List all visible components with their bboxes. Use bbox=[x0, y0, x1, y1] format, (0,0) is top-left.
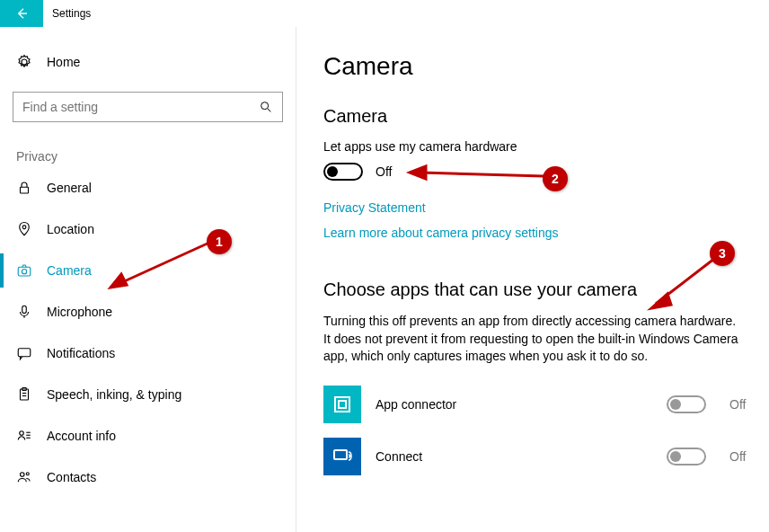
annotation-badge-1: 1 bbox=[207, 229, 232, 254]
svg-rect-2 bbox=[21, 187, 29, 193]
account-icon bbox=[16, 428, 32, 444]
svg-line-1 bbox=[268, 109, 270, 111]
microphone-icon bbox=[16, 304, 32, 320]
svg-point-5 bbox=[22, 270, 26, 274]
lock-icon bbox=[16, 180, 32, 196]
location-icon bbox=[16, 221, 32, 237]
connect-icon bbox=[323, 438, 361, 475]
learn-more-link[interactable]: Learn more about camera privacy settings bbox=[323, 226, 558, 240]
annotation-badge-2: 2 bbox=[543, 166, 568, 191]
sidebar-item-speech[interactable]: Speech, inking, & typing bbox=[13, 374, 283, 415]
svg-rect-20 bbox=[334, 450, 347, 459]
svg-rect-6 bbox=[22, 306, 27, 313]
sidebar-item-label: General bbox=[47, 181, 92, 195]
app-toggle[interactable] bbox=[667, 448, 706, 466]
sidebar-item-microphone[interactable]: Microphone bbox=[13, 291, 283, 332]
sidebar: Home Privacy General Location Camera Mic… bbox=[0, 27, 296, 532]
sidebar-item-label: Microphone bbox=[47, 305, 112, 319]
svg-rect-4 bbox=[18, 267, 31, 276]
camera-toggle[interactable] bbox=[323, 163, 363, 181]
notification-icon bbox=[16, 345, 32, 361]
sidebar-item-label: Notifications bbox=[47, 346, 115, 360]
section-body: Turning this off prevents an app from di… bbox=[323, 313, 746, 366]
app-name-label: App connector bbox=[376, 397, 652, 412]
svg-point-12 bbox=[20, 431, 24, 436]
back-button[interactable] bbox=[0, 0, 43, 27]
title-bar: Settings bbox=[0, 0, 769, 27]
sidebar-item-label: Account info bbox=[47, 429, 116, 443]
app-name-label: Connect bbox=[376, 449, 652, 464]
svg-rect-19 bbox=[339, 401, 346, 408]
app-state-label: Off bbox=[729, 397, 751, 412]
main-panel: Camera Camera Let apps use my camera har… bbox=[296, 27, 769, 532]
gear-icon bbox=[16, 54, 32, 70]
svg-rect-7 bbox=[18, 349, 31, 357]
svg-point-17 bbox=[26, 473, 29, 475]
sidebar-item-account[interactable]: Account info bbox=[13, 415, 283, 457]
window-title: Settings bbox=[43, 0, 91, 27]
arrow-left-icon bbox=[14, 6, 29, 21]
privacy-statement-link[interactable]: Privacy Statement bbox=[323, 200, 426, 215]
section-title-camera: Camera bbox=[323, 106, 751, 127]
section-title-choose: Choose apps that can use your camera bbox=[323, 279, 751, 300]
sidebar-item-camera[interactable]: Camera bbox=[13, 250, 283, 291]
app-connector-icon bbox=[323, 386, 361, 423]
sidebar-item-general[interactable]: General bbox=[13, 167, 283, 208]
sidebar-item-label: Contacts bbox=[47, 470, 96, 484]
search-input[interactable] bbox=[22, 100, 259, 114]
svg-rect-18 bbox=[335, 397, 349, 412]
page-title: Camera bbox=[323, 52, 751, 81]
svg-point-3 bbox=[22, 226, 26, 229]
search-box[interactable] bbox=[13, 92, 283, 122]
home-label: Home bbox=[47, 55, 80, 69]
app-row: Connect Off bbox=[323, 438, 751, 475]
sidebar-item-contacts[interactable]: Contacts bbox=[13, 457, 283, 498]
svg-point-0 bbox=[261, 102, 269, 110]
sidebar-item-location[interactable]: Location bbox=[13, 208, 283, 250]
app-toggle[interactable] bbox=[667, 395, 706, 413]
contacts-icon bbox=[16, 469, 32, 485]
clipboard-icon bbox=[16, 386, 32, 403]
sidebar-item-notifications[interactable]: Notifications bbox=[13, 332, 283, 374]
app-state-label: Off bbox=[729, 449, 751, 464]
toggle-description: Let apps use my camera hardware bbox=[323, 139, 751, 154]
sidebar-item-label: Camera bbox=[47, 263, 92, 278]
sidebar-section-header: Privacy bbox=[13, 149, 283, 167]
svg-point-16 bbox=[21, 473, 25, 477]
toggle-state-label: Off bbox=[376, 164, 392, 179]
sidebar-item-label: Location bbox=[47, 222, 94, 236]
home-button[interactable]: Home bbox=[13, 47, 283, 77]
search-icon bbox=[259, 100, 273, 114]
annotation-badge-3: 3 bbox=[710, 241, 735, 266]
sidebar-item-label: Speech, inking, & typing bbox=[47, 387, 181, 402]
camera-icon bbox=[16, 262, 32, 279]
app-row: App connector Off bbox=[323, 386, 751, 423]
